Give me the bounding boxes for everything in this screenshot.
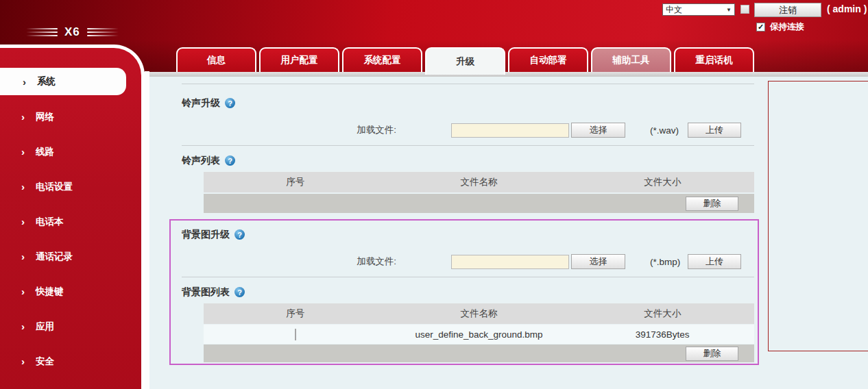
table-row: user_define_back_ground.bmp 391736Bytes (204, 325, 754, 344)
sidebar-item-phone-settings[interactable]: › 电话设置 (0, 169, 141, 204)
chevron-right-icon: › (21, 182, 25, 191)
sidebar-item-label: 通话记录 (36, 251, 73, 263)
load-file-label: 加载文件: (182, 124, 396, 136)
brand-logo: X6 (26, 25, 119, 39)
divider (182, 145, 754, 146)
col-index: 序号 (204, 308, 387, 320)
sidebar-item-network[interactable]: › 网络 (0, 99, 141, 134)
divider (182, 84, 754, 84)
sidebar-menu: › 系统 › 网络 › 线路 › 电话设置 › 电话本 › 通话记录 › 快捷键… (0, 48, 141, 379)
tab-user-config[interactable]: 用户配置 (259, 47, 339, 72)
language-select[interactable]: 中文 ▼ (662, 3, 735, 16)
sidebar-item-line[interactable]: › 线路 (0, 134, 141, 169)
chevron-down-icon: ▼ (726, 7, 732, 13)
sidebar-item-label: 电话设置 (36, 181, 73, 193)
ringtone-ext-hint: (*.wav) (650, 125, 686, 136)
background-upload-row: 加载文件: 选择 (*.bmp) 上传 (182, 254, 754, 269)
chevron-right-icon: › (21, 112, 25, 121)
background-delete-button[interactable]: 删除 (686, 347, 738, 361)
keep-alive-label: 保持连接 (770, 21, 804, 33)
logo-text: X6 (64, 25, 80, 39)
main-tabs: 信息 用户配置 系统配置 升级 自动部署 辅助工具 重启话机 (176, 47, 754, 75)
logo-speedlines-left (26, 28, 58, 36)
ringtone-delete-button[interactable]: 删除 (686, 197, 738, 211)
background-upload-button[interactable]: 上传 (688, 254, 741, 269)
tab-info[interactable]: 信息 (176, 47, 256, 72)
tab-reboot[interactable]: 重启话机 (674, 47, 754, 72)
load-file-label: 加载文件: (182, 255, 396, 268)
chevron-right-icon: › (21, 147, 25, 156)
ringtone-upload-row: 加载文件: 选择 (*.wav) 上传 (182, 123, 754, 138)
row-select-cell (204, 329, 387, 340)
help-icon[interactable]: ? (225, 155, 235, 166)
background-table-header: 序号 文件名称 文件大小 (204, 303, 754, 324)
sidebar-item-label: 线路 (36, 146, 54, 158)
ringtone-file-input[interactable] (451, 123, 569, 138)
background-choose-button[interactable]: 选择 (571, 254, 625, 269)
sidebar-item-security[interactable]: › 安全 (0, 344, 141, 379)
col-filename: 文件名称 (387, 308, 571, 320)
col-index: 序号 (204, 176, 387, 188)
sidebar-item-system[interactable]: › 系统 (0, 68, 126, 95)
main-column: 铃声升级 ? 加载文件: 选择 (*.wav) 上传 铃声列表 ? 序号 文件名… (182, 77, 754, 365)
ringtone-table: 序号 文件名称 文件大小 删除 (204, 172, 754, 213)
keep-alive-checkbox[interactable]: ✓ (756, 23, 765, 32)
ringtone-table-header: 序号 文件名称 文件大小 (204, 172, 754, 192)
keep-alive-control: ✓ 保持连接 (756, 21, 804, 33)
help-icon[interactable]: ? (234, 287, 245, 297)
col-filename: 文件名称 (387, 176, 571, 188)
chevron-right-icon: › (21, 217, 25, 226)
background-section-highlight: 背景图升级 ? 加载文件: 选择 (*.bmp) 上传 背景图列表 ? 序号 文… (169, 219, 759, 365)
logo-speedlines-right (87, 28, 119, 36)
chevron-right-icon: › (21, 322, 25, 331)
ringtone-choose-button[interactable]: 选择 (571, 123, 625, 138)
section-title-background-list: 背景图列表 ? (182, 286, 754, 298)
sidebar-item-call-log[interactable]: › 通话记录 (0, 239, 141, 274)
admin-user-label: ( admin ) (827, 3, 867, 14)
sidebar-item-label: 应用 (36, 321, 54, 333)
sidebar: › 系统 › 网络 › 线路 › 电话设置 › 电话本 › 通话记录 › 快捷键… (0, 45, 145, 389)
help-icon[interactable]: ? (225, 98, 235, 108)
content-area: 铃声升级 ? 加载文件: 选择 (*.wav) 上传 铃声列表 ? 序号 文件名… (149, 77, 868, 389)
sidebar-item-label: 安全 (36, 355, 54, 368)
sidebar-gap (145, 71, 149, 389)
background-table-footer: 删除 (204, 344, 754, 362)
chevron-right-icon: › (21, 252, 25, 261)
chevron-right-icon: › (21, 357, 25, 366)
sidebar-item-label: 快捷键 (36, 286, 64, 298)
sidebar-item-application[interactable]: › 应用 (0, 309, 141, 344)
ringtone-table-footer: 删除 (204, 194, 754, 213)
chevron-right-icon: › (21, 287, 25, 296)
language-select-value: 中文 (666, 4, 682, 16)
sidebar-item-label: 电话本 (36, 216, 64, 228)
help-icon[interactable]: ? (234, 229, 245, 240)
background-ext-hint: (*.bmp) (650, 257, 686, 267)
col-filesize: 文件大小 (570, 308, 754, 320)
row-checkbox[interactable] (295, 329, 296, 340)
divider (182, 277, 754, 277)
row-filesize: 391736Bytes (570, 329, 754, 340)
tab-tools[interactable]: 辅助工具 (591, 47, 671, 72)
logout-button[interactable]: 注销 (754, 3, 821, 17)
header-checkbox[interactable] (740, 5, 749, 14)
row-filename: user_define_back_ground.bmp (387, 329, 571, 340)
tab-upgrade[interactable]: 升级 (425, 47, 505, 75)
tab-system-config[interactable]: 系统配置 (342, 47, 422, 72)
ringtone-upload-button[interactable]: 上传 (688, 123, 741, 138)
tab-auto-provision[interactable]: 自动部署 (508, 47, 588, 72)
sidebar-item-label: 系统 (37, 75, 56, 88)
section-title-ringtone-upgrade: 铃声升级 ? (182, 97, 754, 109)
sidebar-item-label: 网络 (36, 111, 54, 123)
chevron-right-icon: › (23, 77, 26, 86)
col-filesize: 文件大小 (570, 176, 754, 188)
help-frame (768, 81, 868, 351)
section-title-ringtone-list: 铃声列表 ? (182, 155, 754, 166)
section-title-background-upgrade: 背景图升级 ? (182, 229, 754, 240)
background-file-input[interactable] (451, 255, 569, 269)
background-table: 序号 文件名称 文件大小 user_define_back_ground.bmp… (204, 303, 754, 362)
sidebar-item-phonebook[interactable]: › 电话本 (0, 204, 141, 239)
sidebar-item-function-key[interactable]: › 快捷键 (0, 274, 141, 309)
